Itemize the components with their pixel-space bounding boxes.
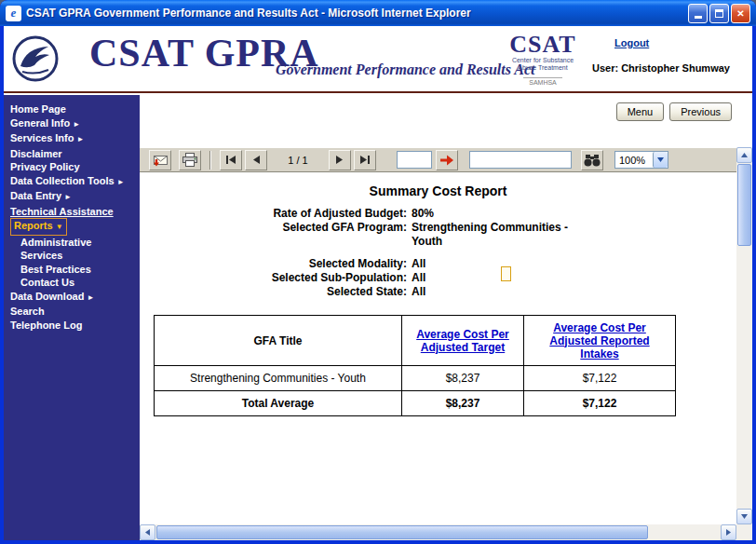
maximize-button[interactable] — [709, 4, 729, 23]
sidebar-item-privacy-policy[interactable]: Privacy Policy — [4, 160, 140, 174]
goto-page-button[interactable] — [436, 150, 458, 170]
brand-subtitle: Government Performance and Results Act — [276, 61, 535, 78]
horizontal-scroll-thumb[interactable] — [156, 525, 648, 539]
sidebar-menu: Home PageGeneral Info ►Services Info ►Di… — [4, 95, 140, 540]
sidebar-item-label: Contact Us — [20, 277, 74, 288]
minimize-icon — [695, 16, 702, 19]
report-field-row: Selected Sub-Population:All — [140, 271, 736, 285]
goto-page-input[interactable] — [397, 151, 432, 169]
report-table-header-row: GFA TitleAverage Cost Per Adjusted Targe… — [155, 316, 676, 366]
next-page-icon — [335, 156, 344, 164]
horizontal-scrollbar[interactable] — [140, 524, 736, 540]
field-label: Selected GFA Program: — [140, 221, 407, 249]
internet-explorer-icon: e — [6, 6, 21, 21]
scroll-left-button[interactable] — [140, 524, 155, 540]
sidebar-item-search[interactable]: Search — [4, 305, 140, 319]
sidebar-item-label: Data Collection Tools — [10, 175, 115, 186]
report-table-body: Strengthening Communities - Youth$8,237$… — [155, 366, 676, 416]
table-cell: $8,237 — [402, 366, 524, 391]
sidebar-item-contact-us[interactable]: Contact Us — [4, 276, 140, 290]
sidebar-item-technical-assistance[interactable]: Technical Assistance — [4, 205, 140, 219]
vertical-scrollbar[interactable] — [736, 147, 752, 524]
scroll-down-button[interactable] — [736, 509, 752, 524]
header-right: Logout User: Christopher Shumway — [592, 34, 741, 74]
previous-page-button[interactable] — [245, 150, 267, 170]
sidebar-item-telephone-log[interactable]: Telephone Log — [4, 319, 140, 333]
csat-logo: CSAT Center for Substance Abuse Treatmen… — [504, 33, 582, 88]
next-page-button[interactable] — [329, 150, 351, 170]
sidebar-item-administrative[interactable]: Administrative — [4, 236, 140, 250]
minimize-button[interactable] — [688, 4, 708, 23]
active-item-outline: Reports ▼ — [10, 218, 67, 236]
scroll-up-button[interactable] — [736, 147, 752, 163]
maximize-icon — [715, 9, 723, 18]
csat-logo-subtitle-2: Abuse Treatment — [504, 64, 582, 72]
field-value: All — [412, 271, 584, 285]
printer-icon — [181, 153, 199, 168]
sidebar-item-reports[interactable]: Reports ▼ — [4, 218, 140, 236]
previous-button[interactable]: Previous — [669, 102, 732, 121]
page-indicator: 1 / 1 — [267, 155, 329, 166]
report-field-row: Rate of Adjusted Budget:80% — [140, 207, 736, 221]
sidebar-item-services[interactable]: Services — [4, 249, 140, 263]
field-value: 80% — [412, 207, 584, 221]
close-icon: ✕ — [736, 8, 744, 19]
page-body: CSAT GPRA Government Performance and Res… — [4, 26, 752, 540]
field-value: Strengthening Communities - Youth — [412, 221, 584, 249]
window-controls: ✕ — [688, 4, 750, 23]
scroll-right-button[interactable] — [721, 524, 736, 540]
scroll-up-icon — [741, 153, 748, 157]
report-viewer-toolbar: 1 / 1 — [140, 147, 736, 172]
table-cell: Strengthening Communities - Youth — [155, 366, 402, 391]
app-body: Home PageGeneral Info ►Services Info ►Di… — [4, 95, 752, 540]
report-table: GFA TitleAverage Cost Per Adjusted Targe… — [154, 315, 676, 416]
scroll-left-icon — [145, 529, 150, 536]
column-header-link[interactable]: Average Cost Per Adjusted Reported Intak… — [524, 316, 676, 366]
field-label: Selected State: — [140, 285, 407, 299]
horizontal-scroll-track[interactable] — [155, 524, 721, 540]
report-field-row: Selected Modality:All — [140, 257, 736, 271]
csat-logo-subtitle-1: Center for Substance — [504, 57, 582, 64]
last-page-button[interactable] — [354, 150, 376, 170]
sidebar-item-data-entry[interactable]: Data Entry ► — [4, 189, 140, 205]
sidebar-item-home-page[interactable]: Home Page — [4, 102, 140, 116]
search-text-input[interactable] — [469, 151, 572, 169]
binoculars-icon — [583, 154, 601, 167]
export-icon — [151, 153, 169, 168]
table-row: Strengthening Communities - Youth$8,237$… — [155, 366, 676, 391]
sidebar-item-data-download[interactable]: Data Download ► — [4, 290, 140, 306]
report-field-row: Selected GFA Program:Strengthening Commu… — [140, 221, 736, 249]
triangle-right-icon: ► — [77, 135, 85, 143]
toolbar-separator — [209, 151, 211, 170]
report-page: Summary Cost Report Rate of Adjusted Bud… — [140, 172, 736, 524]
sidebar-item-disclaimer[interactable]: Disclaimer — [4, 147, 140, 161]
sidebar-item-data-collection-tools[interactable]: Data Collection Tools ► — [4, 174, 140, 190]
field-label: Rate of Adjusted Budget: — [140, 207, 407, 221]
last-page-icon — [359, 156, 371, 164]
table-cell: $7,122 — [524, 366, 676, 391]
sidebar-item-services-info[interactable]: Services Info ► — [4, 131, 140, 147]
print-button[interactable] — [179, 150, 201, 170]
column-header-link[interactable]: Average Cost Per Adjusted Target — [402, 316, 524, 366]
menu-button[interactable]: Menu — [616, 102, 665, 121]
zoom-select[interactable]: 100% — [614, 151, 668, 169]
vertical-scroll-thumb[interactable] — [737, 164, 751, 246]
triangle-right-icon: ► — [64, 193, 72, 201]
table-cell: $8,237 — [402, 391, 524, 416]
user-label: User: Christopher Shumway — [592, 62, 741, 74]
sidebar-item-best-practices[interactable]: Best Practices — [4, 263, 140, 277]
logout-link[interactable]: Logout — [614, 37, 649, 48]
window-titlebar[interactable]: e CSAT GPRA Government Performance and R… — [0, 0, 756, 26]
sidebar-item-general-info[interactable]: General Info ► — [4, 116, 140, 132]
table-row: Total Average$8,237$7,122 — [155, 391, 676, 416]
sidebar-item-label: Technical Assistance — [10, 206, 114, 217]
report-field-row: Selected State:All — [140, 285, 736, 299]
sidebar-item-label: Data Download — [10, 291, 84, 302]
find-button[interactable] — [581, 150, 603, 170]
report-title: Summary Cost Report — [140, 184, 736, 198]
sidebar-item-label: Reports — [14, 220, 53, 231]
close-button[interactable]: ✕ — [731, 4, 750, 23]
zoom-value: 100% — [615, 155, 653, 166]
first-page-button[interactable] — [220, 150, 242, 170]
export-button[interactable] — [149, 150, 171, 170]
